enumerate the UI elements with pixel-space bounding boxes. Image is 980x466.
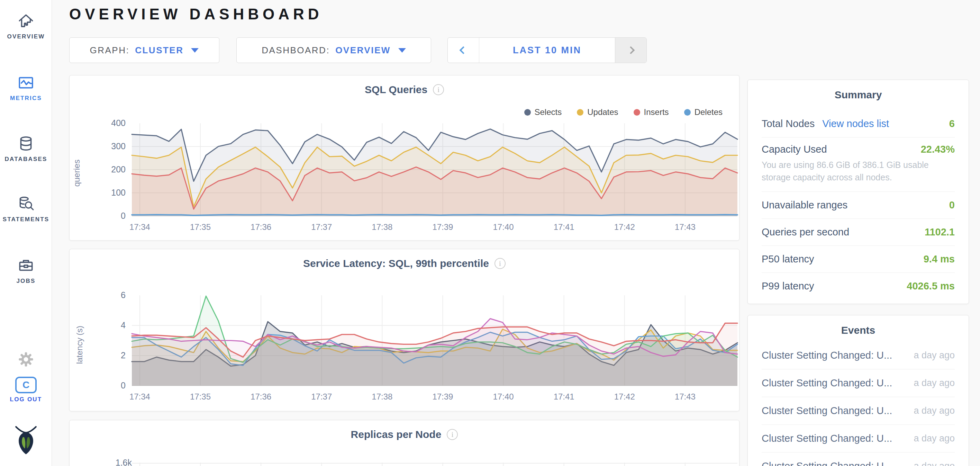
time-range-value[interactable]: LAST 10 MIN	[479, 38, 615, 63]
x-axis-tick: 17:34	[119, 392, 161, 402]
sidebar-item-overview[interactable]: OVERVIEW	[0, 13, 52, 40]
x-axis-tick: 17:42	[604, 392, 645, 402]
overview-dashboard-page: OVERVIEW METRICS DATABASES	[0, 0, 980, 466]
chart-title-row: SQL Queries	[70, 84, 739, 96]
legend-dot-icon	[577, 109, 584, 116]
sidebar-item-metrics[interactable]: METRICS	[0, 74, 52, 102]
summary-value: 1102.1	[924, 227, 955, 238]
briefcase-icon	[17, 257, 35, 274]
x-axis-tick: 17:41	[543, 222, 585, 232]
sql-queries-chart-card: SQL Queries Selects Updates Inserts Dele…	[69, 75, 740, 241]
summary-rows: Total Nodes View nodes list 6 Capacity U…	[748, 110, 969, 300]
page-title: OVERVIEW DASHBOARD	[69, 6, 323, 23]
x-axis-tick: 17:43	[664, 222, 706, 232]
event-row[interactable]: Cluster Setting Changed: U... a day ago	[762, 453, 955, 466]
event-row[interactable]: Cluster Setting Changed: U... a day ago	[762, 397, 955, 425]
chart-plot-area[interactable]	[132, 463, 737, 466]
y-axis-tick: 4	[88, 320, 126, 330]
legend-item-selects[interactable]: Selects	[524, 107, 562, 117]
graph-dropdown[interactable]: GRAPH: CLUSTER	[69, 37, 220, 63]
summary-row-total-nodes: Total Nodes View nodes list 6	[762, 110, 955, 137]
x-axis-tick: 17:40	[483, 392, 524, 402]
sidebar-item-label: METRICS	[0, 95, 52, 102]
legend-item-inserts[interactable]: Inserts	[633, 107, 669, 117]
chart-legend: Selects Updates Inserts Deletes	[524, 107, 723, 117]
y-axis-tick: 400	[88, 118, 126, 128]
sidebar: OVERVIEW METRICS DATABASES	[0, 0, 52, 466]
logout-label: LOG OUT	[0, 396, 52, 403]
x-axis-tick: 17:42	[604, 222, 645, 232]
settings-button[interactable]	[0, 350, 52, 372]
chevron-right-icon	[627, 46, 635, 54]
summary-value: 4026.5 ms	[907, 281, 955, 292]
x-axis-tick: 17:34	[119, 222, 161, 232]
legend-item-updates[interactable]: Updates	[577, 107, 618, 117]
summary-panel: Summary Total Nodes View nodes list 6 Ca…	[748, 80, 969, 304]
metrics-chart-icon	[17, 74, 35, 91]
chevron-down-icon	[191, 48, 199, 53]
view-nodes-list-link[interactable]: View nodes list	[822, 118, 889, 129]
sidebar-item-label: STATEMENTS	[0, 216, 52, 223]
legend-dot-icon	[684, 109, 691, 116]
x-axis-tick: 17:35	[180, 222, 221, 232]
x-axis-tick: 17:38	[361, 222, 403, 232]
chart-plot-area[interactable]	[132, 123, 737, 216]
home-icon	[17, 13, 35, 30]
y-axis-label: queries	[72, 160, 82, 187]
chart-title-row: Service Latency: SQL, 99th percentile	[70, 258, 739, 269]
summary-value: 9.4 ms	[924, 254, 955, 265]
gear-icon	[17, 350, 35, 369]
y-axis-label: latency (s)	[75, 326, 84, 364]
sidebar-item-jobs[interactable]: JOBS	[0, 257, 52, 284]
y-axis-tick: 1.6k	[94, 458, 132, 466]
legend-item-deletes[interactable]: Deletes	[684, 107, 722, 117]
summary-value: 22.43%	[921, 144, 955, 155]
summary-title: Summary	[748, 80, 969, 101]
x-axis-tick: 17:37	[301, 222, 342, 232]
logout-button[interactable]: LOG OUT	[0, 377, 52, 403]
chart-plot-area[interactable]	[132, 295, 737, 386]
y-axis-tick: 0	[88, 211, 126, 221]
x-axis-tick: 17:40	[483, 222, 524, 232]
sidebar-item-databases[interactable]: DATABASES	[0, 135, 52, 163]
y-axis-tick: 6	[88, 290, 126, 300]
time-prev-button[interactable]	[448, 38, 479, 63]
summary-row-p99-latency: P99 latency 4026.5 ms	[762, 273, 955, 300]
legend-dot-icon	[633, 109, 640, 116]
x-axis-tick: 17:41	[543, 392, 585, 402]
info-icon[interactable]	[495, 258, 506, 269]
summary-row-capacity-used: Capacity Used 22.43% You are using 86.6 …	[762, 137, 955, 192]
cockroach-logo	[0, 425, 52, 459]
dashboard-dropdown[interactable]: DASHBOARD: OVERVIEW	[236, 37, 431, 63]
time-next-button[interactable]	[615, 38, 646, 63]
graph-dropdown-value: CLUSTER	[135, 45, 183, 56]
chart-title: Service Latency: SQL, 99th percentile	[303, 258, 489, 269]
replicas-per-node-chart-card: Replicas per Node 1.6k	[69, 420, 740, 466]
x-axis-tick: 17:39	[422, 392, 463, 402]
y-axis-tick: 100	[88, 188, 126, 198]
chart-title-row: Replicas per Node	[70, 429, 739, 440]
chart-title: Replicas per Node	[351, 429, 442, 440]
time-range-selector: LAST 10 MIN	[447, 37, 647, 63]
x-axis-tick: 17:39	[422, 222, 463, 232]
event-row[interactable]: Cluster Setting Changed: U... a day ago	[762, 342, 955, 369]
chevron-left-icon	[460, 46, 468, 54]
summary-row-queries-per-second: Queries per second 1102.1	[762, 219, 955, 246]
cockroach-bug-icon	[14, 425, 37, 456]
events-title: Events	[748, 315, 969, 336]
sidebar-item-statements[interactable]: STATEMENTS	[0, 195, 52, 223]
info-icon[interactable]	[447, 429, 458, 440]
y-axis-tick: 300	[88, 141, 126, 151]
service-latency-chart-card: Service Latency: SQL, 99th percentile la…	[69, 249, 740, 411]
info-icon[interactable]	[433, 84, 444, 95]
sidebar-item-label: DATABASES	[0, 156, 52, 163]
x-axis-tick: 17:35	[180, 392, 221, 402]
y-axis-tick: 2	[88, 350, 126, 361]
y-axis-tick: 0	[88, 380, 126, 391]
event-row[interactable]: Cluster Setting Changed: U... a day ago	[762, 369, 955, 397]
x-axis-tick: 17:37	[301, 392, 342, 402]
capacity-note: You are using 86.6 GiB of 386.1 GiB usab…	[762, 158, 955, 184]
events-panel: Events Cluster Setting Changed: U... a d…	[748, 315, 969, 466]
chevron-down-icon	[398, 48, 406, 53]
event-row[interactable]: Cluster Setting Changed: U... a day ago	[762, 425, 955, 453]
